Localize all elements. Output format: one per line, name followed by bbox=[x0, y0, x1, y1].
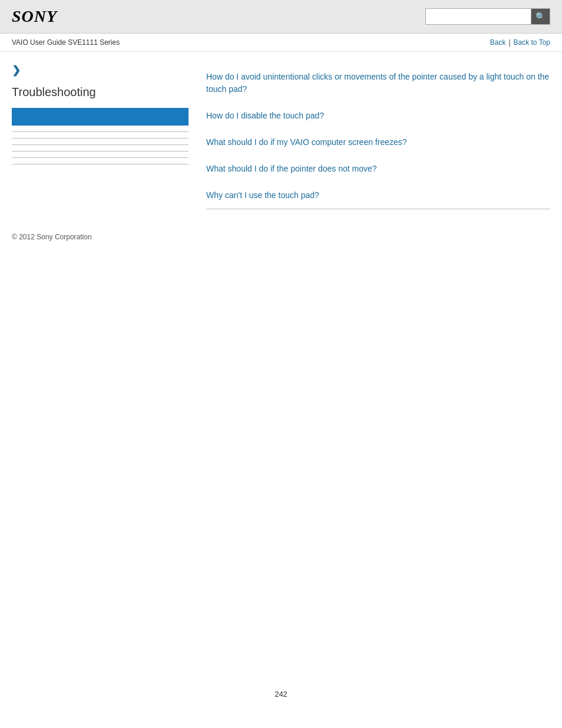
sidebar-title: Troubleshooting bbox=[12, 85, 189, 99]
back-link[interactable]: Back bbox=[490, 38, 506, 47]
content-links: How do I avoid unintentional clicks or m… bbox=[206, 64, 550, 209]
content-link-3[interactable]: What should I do if my VAIO computer scr… bbox=[206, 129, 550, 156]
sidebar-divider-1 bbox=[12, 131, 189, 132]
nav-separator: | bbox=[508, 38, 510, 47]
content-area: How do I avoid unintentional clicks or m… bbox=[206, 64, 550, 209]
copyright-text: © 2012 Sony Corporation bbox=[12, 233, 92, 241]
page-number: 242 bbox=[263, 678, 299, 710]
sidebar-divider-6 bbox=[12, 164, 189, 164]
footer: © 2012 Sony Corporation bbox=[0, 221, 562, 253]
search-area: 🔍 bbox=[425, 8, 550, 25]
sidebar-divider-4 bbox=[12, 151, 189, 151]
sony-logo: SONY bbox=[12, 7, 57, 26]
sidebar-active-item[interactable] bbox=[12, 108, 189, 126]
main-content: ❯ Troubleshooting How do I avoid uninten… bbox=[0, 52, 562, 221]
sidebar-divider-2 bbox=[12, 138, 189, 139]
header: SONY 🔍 bbox=[0, 0, 562, 34]
search-button[interactable]: 🔍 bbox=[531, 8, 550, 25]
content-link-4[interactable]: What should I do if the pointer does not… bbox=[206, 156, 550, 182]
nav-links: Back | Back to Top bbox=[490, 38, 550, 47]
breadcrumb-bar: VAIO User Guide SVE1111 Series Back | Ba… bbox=[0, 34, 562, 52]
content-link-5[interactable]: Why can't I use the touch pad? bbox=[206, 182, 550, 209]
sidebar-divider-3 bbox=[12, 144, 189, 145]
sidebar-divider-5 bbox=[12, 157, 189, 158]
search-input[interactable] bbox=[425, 8, 531, 25]
back-to-top-link[interactable]: Back to Top bbox=[514, 38, 550, 47]
sidebar: ❯ Troubleshooting bbox=[12, 64, 189, 209]
content-link-1[interactable]: How do I avoid unintentional clicks or m… bbox=[206, 64, 550, 103]
breadcrumb-text: VAIO User Guide SVE1111 Series bbox=[12, 38, 120, 47]
content-link-2[interactable]: How do I disable the touch pad? bbox=[206, 103, 550, 129]
chevron-icon: ❯ bbox=[12, 64, 189, 77]
